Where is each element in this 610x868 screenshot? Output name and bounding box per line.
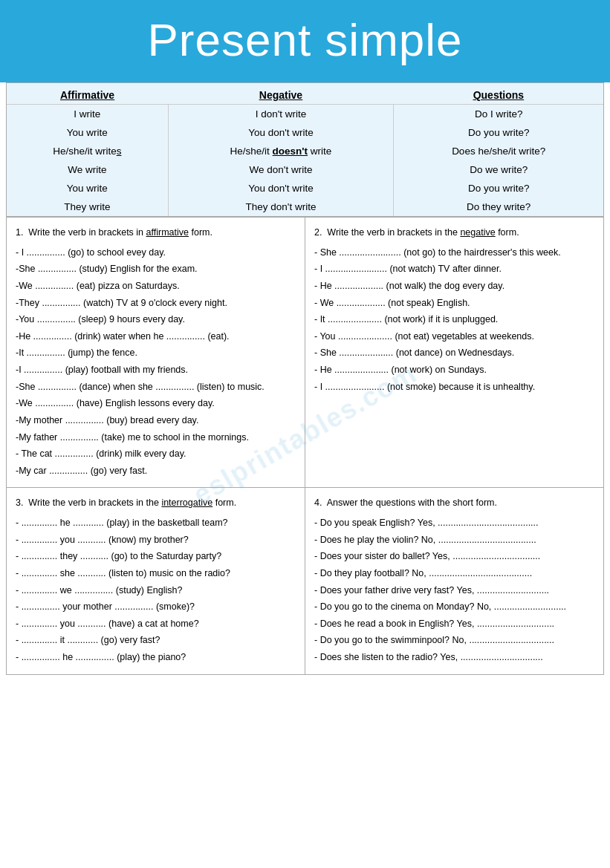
list-item: - Does he play the violin? No, .........… bbox=[314, 532, 594, 548]
list-item: - Do they play football? No, ...........… bbox=[314, 566, 594, 581]
list-item: - Does your sister do ballet? Yes, .....… bbox=[314, 549, 594, 564]
col-affirmative: Affirmative bbox=[7, 83, 168, 105]
list-item: - ............... your mother ..........… bbox=[16, 599, 296, 615]
col-negative: Negative bbox=[168, 83, 394, 105]
list-item: - Do you go to the cinema on Monday? No,… bbox=[314, 599, 594, 615]
ex1-lines: - I ............... (go) to school evey … bbox=[16, 245, 296, 479]
list-item: - The cat ............... (drink) milk e… bbox=[16, 446, 296, 462]
ex2-title: 2. Write the verb in brackets in the neg… bbox=[314, 225, 594, 241]
grammar-table: Affirmative Negative Questions I writeI … bbox=[7, 83, 603, 216]
grammar-q-1: Do you write? bbox=[394, 123, 603, 142]
list-item: -We ............... (have) English lesso… bbox=[16, 396, 296, 411]
page-wrap: Present simple Affirmative Negative Ques… bbox=[0, 0, 610, 675]
grammar-neg-0: I don't write bbox=[168, 105, 394, 124]
list-item: - Does he read a book in English? Yes, .… bbox=[314, 616, 594, 632]
grammar-aff-2: He/she/it writes bbox=[7, 142, 168, 160]
list-item: - .............. we ............... (stu… bbox=[16, 583, 296, 598]
grammar-aff-1: You write bbox=[7, 123, 168, 142]
list-item: -My father ............... (take) me to … bbox=[16, 430, 296, 446]
grammar-aff-4: You write bbox=[7, 179, 168, 198]
list-item: - You ..................... (not eat) ve… bbox=[314, 329, 594, 345]
ex4-title: 4. Answer the questions with the short f… bbox=[314, 495, 594, 511]
grammar-neg-1: You don't write bbox=[168, 123, 394, 142]
list-item: - .............. he ............ (play) … bbox=[16, 515, 296, 531]
list-item: - ............... he ............... (pl… bbox=[16, 650, 296, 665]
list-item: - We ................... (not speak) Eng… bbox=[314, 296, 594, 311]
grammar-q-4: Do you write? bbox=[394, 179, 603, 198]
list-item: -She ............... (study) English for… bbox=[16, 261, 296, 277]
exercise-3: 3. Write the verb in brackets in the int… bbox=[7, 488, 305, 673]
exercises-row-1: 1. Write the verb in brackets in affirma… bbox=[7, 217, 603, 487]
list-item: -You ............... (sleep) 9 hours eve… bbox=[16, 312, 296, 327]
list-item: -My car ............... (go) very fast. bbox=[16, 463, 296, 479]
list-item: -I ............... (play) football with … bbox=[16, 362, 296, 378]
ex1-title: 1. Write the verb in brackets in affirma… bbox=[16, 225, 296, 241]
list-item: - It ..................... (not work) if… bbox=[314, 312, 594, 327]
list-item: - She ........................ (not go) … bbox=[314, 245, 594, 261]
page-title: Present simple bbox=[7, 13, 603, 66]
col-questions: Questions bbox=[394, 83, 603, 105]
list-item: - I ............... (go) to school evey … bbox=[16, 245, 296, 261]
list-item: - Does your father drive very fast? Yes,… bbox=[314, 583, 594, 598]
page: Present simple Affirmative Negative Ques… bbox=[0, 0, 610, 675]
list-item: - He ..................... (not work) on… bbox=[314, 362, 594, 378]
ex4-lines: - Do you speak English? Yes, ...........… bbox=[314, 515, 594, 665]
list-item: - .............. they ........... (go) t… bbox=[16, 549, 296, 564]
list-item: -My mother ............... (buy) bread e… bbox=[16, 413, 296, 428]
grammar-aff-5: They write bbox=[7, 198, 168, 216]
grammar-aff-0: I write bbox=[7, 105, 168, 124]
grammar-neg-5: They don't write bbox=[168, 198, 394, 216]
grammar-q-3: Do we write? bbox=[394, 160, 603, 179]
list-item: - .............. she ........... (listen… bbox=[16, 566, 296, 581]
grammar-q-5: Do they write? bbox=[394, 198, 603, 216]
ex2-lines: - She ........................ (not go) … bbox=[314, 245, 594, 395]
ex3-title: 3. Write the verb in brackets in the int… bbox=[16, 495, 296, 511]
exercises-row-2: 3. Write the verb in brackets in the int… bbox=[7, 487, 603, 673]
grammar-q-0: Do I write? bbox=[394, 105, 603, 124]
list-item: -He ............... (drink) water when h… bbox=[16, 329, 296, 345]
grammar-neg-2: He/she/it doesn't write bbox=[168, 142, 394, 160]
list-item: - Do you speak English? Yes, ...........… bbox=[314, 515, 594, 531]
grammar-table-wrapper: Affirmative Negative Questions I writeI … bbox=[6, 82, 604, 217]
ex3-lines: - .............. he ............ (play) … bbox=[16, 515, 296, 665]
header: Present simple bbox=[0, 0, 610, 82]
grammar-q-2: Does he/she/it write? bbox=[394, 142, 603, 160]
grammar-neg-3: We don't write bbox=[168, 160, 394, 179]
list-item: - Does she listen to the radio? Yes, ...… bbox=[314, 650, 594, 665]
exercises: 1. Write the verb in brackets in affirma… bbox=[6, 217, 604, 675]
list-item: - I ........................ (not watch)… bbox=[314, 261, 594, 277]
list-item: - I ....................... (not smoke) … bbox=[314, 379, 594, 395]
list-item: -We ............... (eat) pizza on Satur… bbox=[16, 278, 296, 294]
list-item: - She ..................... (not dance) … bbox=[314, 345, 594, 361]
grammar-neg-4: You don't write bbox=[168, 179, 394, 198]
grammar-aff-3: We write bbox=[7, 160, 168, 179]
list-item: -It ............... (jump) the fence. bbox=[16, 345, 296, 361]
list-item: -They ............... (watch) TV at 9 o'… bbox=[16, 296, 296, 311]
list-item: - .............. you ........... (know) … bbox=[16, 532, 296, 548]
exercise-4: 4. Answer the questions with the short f… bbox=[305, 488, 603, 673]
list-item: - .............. you ........... (have) … bbox=[16, 616, 296, 632]
exercise-2: 2. Write the verb in brackets in the neg… bbox=[305, 218, 603, 487]
list-item: - He ................... (not walk) the … bbox=[314, 278, 594, 294]
exercise-1: 1. Write the verb in brackets in affirma… bbox=[7, 218, 305, 487]
list-item: - Do you go to the swimminpool? No, ....… bbox=[314, 633, 594, 648]
list-item: - .............. it ............ (go) ve… bbox=[16, 633, 296, 648]
list-item: -She ............... (dance) when she ..… bbox=[16, 379, 296, 395]
